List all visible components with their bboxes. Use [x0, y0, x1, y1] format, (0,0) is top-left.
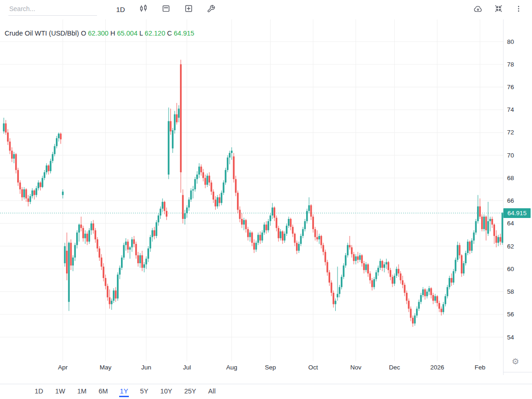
price-chart-canvas[interactable]: 8078767472706866646260585654AprMayJunJul… — [0, 0, 532, 381]
settings-button[interactable]: ⚙ — [512, 357, 519, 366]
month-label: Jun — [141, 364, 151, 371]
candlestick — [260, 231, 261, 244]
price-tick-label: 60 — [507, 266, 514, 272]
top-toolbar: 1D — [0, 0, 532, 18]
price-tick-label: 66 — [507, 197, 514, 204]
candlestick — [251, 231, 253, 246]
time-axis[interactable]: AprMayJunJulAugSepOctNovDec2026Feb — [58, 364, 485, 371]
candlestick — [500, 234, 502, 245]
candlestick — [198, 163, 200, 178]
candlestick — [80, 217, 82, 231]
candlestick — [180, 60, 182, 193]
candlestick — [292, 224, 294, 237]
candlestick — [3, 118, 5, 133]
timeframe-1y[interactable]: 1Y — [114, 384, 134, 399]
candlestick — [428, 286, 430, 295]
candlestick — [300, 234, 302, 246]
price-tick-label: 74 — [507, 106, 514, 113]
calendar-button[interactable] — [159, 2, 173, 16]
candlestick — [27, 195, 29, 206]
candlestick — [318, 234, 320, 244]
candlestick — [107, 284, 109, 301]
candlestick — [166, 207, 168, 220]
candlestick — [343, 263, 345, 279]
candlestick — [101, 254, 103, 270]
candlestick — [438, 301, 440, 312]
add-chart-button[interactable] — [181, 2, 195, 16]
chart-grid — [0, 19, 532, 375]
timeframe-label: All — [207, 386, 217, 397]
candlestick — [235, 175, 237, 196]
timeframe-1d[interactable]: 1D — [29, 384, 49, 399]
candlestick — [296, 241, 298, 254]
candlestick — [78, 224, 80, 242]
timeframe-6m[interactable]: 6M — [92, 384, 114, 399]
candlestick — [139, 253, 141, 268]
candlestick — [44, 170, 46, 180]
candlestick — [217, 195, 218, 209]
candlestick — [351, 245, 353, 258]
candlestick — [86, 231, 88, 245]
timeframe-25y[interactable]: 25Y — [178, 384, 202, 399]
candlestick-series — [3, 60, 503, 326]
candlestick — [233, 153, 235, 182]
timeframe-10y[interactable]: 10Y — [154, 384, 178, 399]
candlestick — [393, 273, 395, 286]
candlestick — [369, 271, 371, 284]
candlestick — [88, 228, 90, 244]
price-tick-label: 54 — [507, 334, 514, 341]
collapse-button[interactable] — [491, 2, 505, 16]
more-menu-button[interactable] — [512, 2, 526, 16]
candlestick — [125, 238, 127, 251]
candlestick — [312, 214, 314, 232]
candlestick — [239, 206, 241, 222]
candlestick — [46, 163, 48, 175]
month-label: Nov — [351, 364, 362, 371]
candlestick — [469, 241, 471, 254]
candlestick — [477, 195, 479, 224]
timeframe-all[interactable]: All — [202, 384, 222, 399]
price-axis[interactable]: 8078767472706866646260585654 — [507, 38, 514, 341]
candlestick — [141, 251, 143, 271]
candlestick — [229, 151, 231, 164]
candlestick — [363, 261, 365, 273]
candlestick — [326, 260, 328, 276]
tools-button[interactable] — [204, 2, 218, 16]
cloud-download-icon — [473, 4, 483, 15]
candlestick — [447, 285, 448, 299]
candlestick — [206, 174, 208, 187]
candlestick — [42, 175, 43, 188]
last-price-badge: 64.915 — [503, 208, 531, 218]
candlestick — [221, 190, 223, 205]
timeframe-label: 1Y — [119, 386, 129, 397]
candlestick — [459, 243, 460, 259]
candlestick — [380, 259, 381, 270]
candlestick — [151, 228, 153, 242]
timeframe-1w[interactable]: 1W — [49, 384, 72, 399]
candlestick — [483, 214, 485, 231]
candlestick — [408, 298, 410, 312]
candlestick — [406, 290, 408, 304]
candlestick — [249, 230, 251, 242]
candlestick — [461, 254, 463, 277]
candlestick — [445, 294, 447, 306]
candlestick — [436, 295, 438, 307]
price-tick-label: 68 — [507, 175, 514, 181]
timeframe-label: 1M — [76, 386, 87, 397]
interval-button[interactable]: 1D — [114, 2, 127, 16]
timeframe-5y[interactable]: 5Y — [134, 384, 154, 399]
candlestick — [68, 242, 70, 311]
candlestick — [168, 108, 169, 179]
trading-chart-app: 1D — [0, 0, 532, 399]
cloud-download-button[interactable] — [471, 2, 485, 16]
candlestick — [19, 180, 21, 194]
search-input[interactable] — [8, 3, 97, 16]
candlestick — [392, 275, 393, 287]
price-tick-label: 76 — [507, 84, 514, 91]
candlestick — [66, 233, 68, 280]
candlestick — [412, 315, 414, 327]
timeframe-1m[interactable]: 1M — [71, 384, 92, 399]
candlestick — [390, 268, 392, 280]
candlestick — [290, 218, 292, 230]
candlestick-style-button[interactable] — [136, 2, 150, 16]
